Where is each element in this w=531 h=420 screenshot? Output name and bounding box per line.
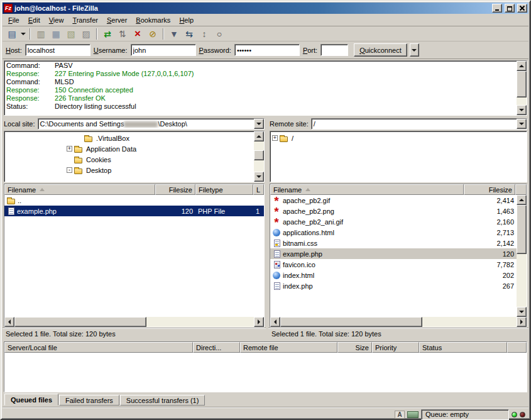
queue-column-header[interactable]: Directi... <box>193 342 240 353</box>
toggle-local-tree-icon[interactable]: ▦ <box>48 27 63 41</box>
find-icon[interactable]: ○ <box>212 27 227 41</box>
remote-site-row: Remote site: / <box>268 118 528 130</box>
file-row[interactable]: apache_pb2.gif 2,414 <box>270 195 517 206</box>
queue-column-header[interactable]: Server/Local file <box>4 342 193 353</box>
scroll-up-button[interactable] <box>517 195 527 205</box>
menu-item-help[interactable]: Help <box>175 14 198 26</box>
tree-item[interactable]: - Desktop <box>4 165 254 175</box>
folder-icon <box>74 158 82 163</box>
file-row[interactable]: apache_pb2_ani.gif 2,160 <box>270 216 517 227</box>
filter-icon[interactable]: ▼ <box>167 27 182 41</box>
tree-expander[interactable]: + <box>272 135 278 141</box>
sync-browse-icon[interactable]: ↕ <box>197 27 212 41</box>
column-header[interactable]: Filesize <box>464 184 515 195</box>
file-row[interactable]: example.php 120 <box>270 248 517 259</box>
remote-site-combo[interactable]: / <box>311 118 527 130</box>
compare-icon[interactable]: ⇆ <box>182 27 197 41</box>
username-input[interactable] <box>131 44 196 56</box>
tree-expander[interactable]: - <box>67 167 72 173</box>
local-hscrollbar[interactable] <box>4 317 264 327</box>
menu-item-edit[interactable]: Edit <box>24 14 45 26</box>
file-row[interactable]: index.php 267 <box>270 280 517 291</box>
menu-item-file[interactable]: File <box>4 14 24 26</box>
password-input[interactable] <box>234 44 300 56</box>
local-site-combo[interactable]: C:\Documents and Settings\Desktop\ <box>38 118 265 130</box>
chevron-down-icon <box>519 123 524 125</box>
toggle-remote-tree-icon[interactable]: ▧ <box>63 27 79 41</box>
maximize-button[interactable] <box>505 4 515 13</box>
remote-vscrollbar[interactable] <box>517 195 527 317</box>
scroll-track[interactable] <box>517 205 527 307</box>
scroll-left-button[interactable] <box>270 317 280 327</box>
remote-site-dropdown[interactable] <box>517 119 527 129</box>
scroll-thumb[interactable] <box>280 317 422 327</box>
queue-column-header[interactable]: Remote file <box>240 342 337 353</box>
file-row[interactable]: applications.html 2,713 <box>270 227 517 238</box>
queue-tab[interactable]: Queued files <box>4 394 58 406</box>
tree-item[interactable]: Cookies <box>4 154 254 165</box>
scroll-thumb[interactable] <box>254 150 264 160</box>
tree-expander[interactable]: + <box>67 146 72 152</box>
refresh-icon[interactable]: ⇄ <box>100 27 115 41</box>
log-line: Response: 150 Connection accepted <box>6 86 515 94</box>
scroll-thumb[interactable] <box>517 71 527 97</box>
scroll-down-button[interactable] <box>254 172 264 182</box>
port-input[interactable] <box>320 44 348 56</box>
scroll-up-button[interactable] <box>517 61 527 71</box>
toggle-queue-icon[interactable]: ▨ <box>79 27 94 41</box>
column-header[interactable]: Filename <box>4 184 155 195</box>
scroll-track[interactable] <box>280 317 517 327</box>
scroll-track[interactable] <box>517 71 527 105</box>
menu-item-bookmarks[interactable]: Bookmarks <box>131 14 175 26</box>
scroll-thumb[interactable] <box>517 205 527 254</box>
scroll-down-button[interactable] <box>517 105 527 115</box>
menu-item-server[interactable]: Server <box>102 14 131 26</box>
scroll-down-button[interactable] <box>517 307 527 317</box>
quickconnect-button[interactable]: Quickconnect <box>354 43 407 57</box>
local-tree-scrollbar[interactable] <box>254 131 264 182</box>
process-queue-icon[interactable]: ⇅ <box>115 27 130 41</box>
queue-column-header[interactable]: Priority <box>372 342 419 353</box>
host-input[interactable] <box>25 44 90 56</box>
cancel-icon[interactable]: × <box>130 27 145 41</box>
queue-tab[interactable]: Failed transfers <box>59 395 119 406</box>
scroll-right-button[interactable] <box>517 317 527 327</box>
log-message: MLSD <box>55 78 74 86</box>
close-button[interactable] <box>517 4 527 13</box>
menu-item-transfer[interactable]: Transfer <box>68 14 102 26</box>
scroll-right-button[interactable] <box>254 317 264 327</box>
quickconnect-dropdown[interactable] <box>410 43 419 57</box>
tree-item[interactable]: .VirtualBox <box>4 133 254 143</box>
disconnect-icon[interactable]: ⊘ <box>145 27 160 41</box>
minimize-button[interactable] <box>492 4 502 13</box>
column-header[interactable]: Filesize <box>155 184 195 195</box>
toggle-message-log-icon[interactable]: ▥ <box>33 27 48 41</box>
column-header[interactable]: Filetype <box>195 184 253 195</box>
column-header[interactable]: Filename <box>270 184 464 195</box>
site-manager-dropdown[interactable] <box>19 27 27 41</box>
scroll-track[interactable] <box>254 141 264 172</box>
scroll-left-button[interactable] <box>4 317 14 327</box>
tree-item[interactable]: + Application Data <box>4 143 254 154</box>
file-row[interactable]: .. <box>4 195 264 206</box>
column-header[interactable]: L <box>253 184 264 195</box>
scroll-thumb[interactable] <box>14 317 146 327</box>
queue-column-header[interactable]: Size <box>337 342 372 353</box>
log-message: PASV <box>55 62 73 69</box>
scroll-track[interactable] <box>14 317 254 327</box>
log-scrollbar[interactable] <box>517 61 527 115</box>
queue-status-text: Queue: empty <box>421 409 509 420</box>
queue-column-header[interactable]: Status <box>419 342 507 353</box>
queue-tab[interactable]: Successful transfers (1) <box>120 395 205 406</box>
file-row[interactable]: index.html 202 <box>270 270 517 280</box>
site-manager-icon[interactable]: ▤ <box>4 27 19 41</box>
tree-item[interactable]: + / <box>270 133 527 143</box>
file-row[interactable]: apache_pb2.png 1,463 <box>270 206 517 216</box>
remote-hscrollbar[interactable] <box>270 317 527 327</box>
file-row[interactable]: favicon.ico 7,782 <box>270 259 517 270</box>
menu-item-view[interactable]: View <box>45 14 68 26</box>
file-row[interactable]: example.php 120 PHP File 1 <box>4 206 264 216</box>
file-row[interactable]: bitnami.css 2,142 <box>270 238 517 248</box>
scroll-up-button[interactable] <box>254 131 264 141</box>
local-site-dropdown[interactable] <box>254 119 264 129</box>
